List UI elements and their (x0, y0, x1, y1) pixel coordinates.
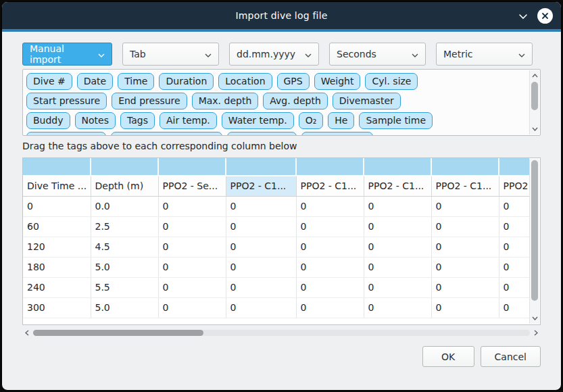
tag-sample-cns[interactable]: Sample CNS (301, 132, 373, 135)
tag-location[interactable]: Location (218, 73, 272, 90)
button-row: OK Cancel (22, 346, 541, 367)
horizontal-scrollbar[interactable] (22, 328, 541, 338)
table-cell: 0 (23, 196, 91, 216)
tag-o[interactable]: O₂ (299, 112, 324, 129)
table-cell: 4.5 (91, 237, 158, 257)
table-cell: 0 (431, 297, 499, 318)
column-drop-target[interactable] (91, 158, 158, 176)
column-header[interactable]: PPO2 - C1... (226, 176, 296, 196)
tag-sample-time[interactable]: Sample time (359, 112, 433, 129)
combo-import-mode[interactable]: Manual import (22, 43, 112, 66)
tag-time[interactable]: Time (118, 73, 154, 90)
chevron-down-icon (98, 49, 105, 59)
table-row: 00.0000000 (23, 196, 529, 216)
column-drop-target[interactable] (158, 158, 226, 176)
combo-date-format[interactable]: dd.mm.yyyy (229, 43, 319, 66)
table-cell: 0 (296, 216, 364, 237)
column-drop-target[interactable] (296, 158, 364, 176)
tag-row: Start pressureEnd pressureMax. depthAvg.… (26, 93, 527, 109)
tag-max-depth[interactable]: Max. depth (192, 93, 259, 109)
scroll-right-icon[interactable] (531, 328, 541, 338)
column-header[interactable]: PPO2 - C1... (431, 176, 499, 196)
table-cell: 0 (158, 196, 226, 216)
scrollbar-thumb[interactable] (33, 330, 203, 336)
window-title: Import dive log file (235, 10, 327, 21)
table-cell: 240 (23, 277, 91, 297)
table-cell: 0 (296, 277, 364, 297)
table-body: 00.0000000602.50000001204.50000001805.00… (23, 196, 529, 318)
ok-button[interactable]: OK (422, 346, 474, 367)
scroll-down-icon[interactable] (530, 124, 539, 134)
column-header[interactable]: PPO2 - C1... (364, 176, 431, 196)
column-drop-target[interactable] (226, 158, 296, 176)
scrollbar-thumb[interactable] (531, 160, 538, 301)
column-drop-target[interactable] (23, 158, 91, 176)
tag-row: BuddyNotesTagsAir temp.Water temp.O₂HeSa… (26, 112, 527, 129)
scroll-up-icon[interactable] (530, 71, 539, 80)
tag-he[interactable]: He (328, 112, 354, 129)
dialog-content: Manual importTabdd.mm.yyyySecondsMetric … (2, 43, 561, 367)
titlebar-controls (517, 2, 553, 29)
titlebar[interactable]: Import dive log file (2, 2, 561, 29)
tag-notes[interactable]: Notes (75, 112, 116, 129)
tag-avg-depth[interactable]: Avg. depth (263, 93, 328, 109)
scroll-down-icon[interactable] (530, 314, 539, 323)
table-cell: 0 (431, 216, 499, 237)
combo-duration-format[interactable]: Seconds (329, 43, 426, 66)
column-header[interactable]: PPO2 - Se... (158, 176, 226, 196)
table-cell: 0 (226, 297, 296, 318)
tag-weight[interactable]: Weight (314, 73, 361, 90)
scrollbar-thumb[interactable] (531, 82, 538, 110)
combo-field-separator[interactable]: Tab (122, 43, 219, 66)
window-shade-button[interactable] (517, 9, 529, 22)
column-header[interactable]: PPO2 - C1... (296, 176, 364, 196)
table-cell: 0 (158, 297, 226, 318)
combo-units[interactable]: Metric (436, 43, 533, 66)
scroll-left-icon[interactable] (22, 328, 32, 338)
tag-sample-depth[interactable]: Sample depth (26, 132, 106, 135)
table-cell: 5.0 (91, 297, 158, 318)
table-scrollbar[interactable] (529, 159, 539, 324)
tag-start-pressure[interactable]: Start pressure (26, 93, 107, 109)
table-cell: 0 (226, 277, 296, 297)
column-drop-target[interactable] (499, 158, 529, 176)
table-cell: 5.0 (91, 257, 158, 277)
table-cell: 60 (23, 216, 91, 237)
table-cell: 0 (296, 196, 364, 216)
tag-dive[interactable]: Dive # (26, 73, 72, 90)
tag-divemaster[interactable]: Divemaster (333, 93, 401, 109)
tag-date[interactable]: Date (77, 73, 113, 90)
table-cell: 0 (364, 237, 431, 257)
table-cell: 0 (499, 277, 529, 297)
tag-row: Dive #DateTimeDurationLocationGPSWeightC… (26, 73, 527, 90)
column-header[interactable]: PPO2 (499, 176, 529, 196)
tag-rows: Dive #DateTimeDurationLocationGPSWeightC… (26, 73, 527, 135)
combo-row: Manual importTabdd.mm.yyyySecondsMetric (22, 43, 541, 66)
tag-duration[interactable]: Duration (159, 73, 214, 90)
tag-gps[interactable]: GPS (277, 73, 310, 90)
tag-cyl-size[interactable]: Cyl. size (365, 73, 418, 90)
tag-box-scrollbar[interactable] (529, 70, 539, 134)
chevron-down-icon (412, 49, 418, 59)
column-header[interactable]: Depth (m) (91, 176, 158, 196)
cancel-button[interactable]: Cancel (481, 346, 541, 367)
csv-preview-table: Dive Time ...Depth (m)PPO2 - Se...PPO2 -… (23, 158, 529, 318)
column-header[interactable]: Dive Time ... (23, 176, 91, 196)
column-drop-target[interactable] (431, 158, 499, 176)
column-drop-target[interactable] (364, 158, 431, 176)
tag-buddy[interactable]: Buddy (26, 112, 70, 129)
tag-end-pressure[interactable]: End pressure (112, 93, 187, 109)
tag-air-temp[interactable]: Air temp. (160, 112, 217, 129)
tag-water-temp[interactable]: Water temp. (222, 112, 294, 129)
table-cell: 0 (226, 237, 296, 257)
combo-value: Metric (443, 49, 473, 59)
combo-value: Seconds (337, 49, 376, 59)
tag-tags[interactable]: Tags (120, 112, 155, 129)
table-row: 1805.0000000 (23, 257, 529, 277)
close-button[interactable] (537, 8, 553, 24)
tag-sample-temperature[interactable]: Sample temperature (111, 132, 222, 135)
table-cell: 0 (364, 257, 431, 277)
table-cell: 180 (23, 257, 91, 277)
combo-value: dd.mm.yyyy (237, 49, 295, 59)
tag-sample-po2[interactable]: Sample po2 (227, 132, 297, 135)
